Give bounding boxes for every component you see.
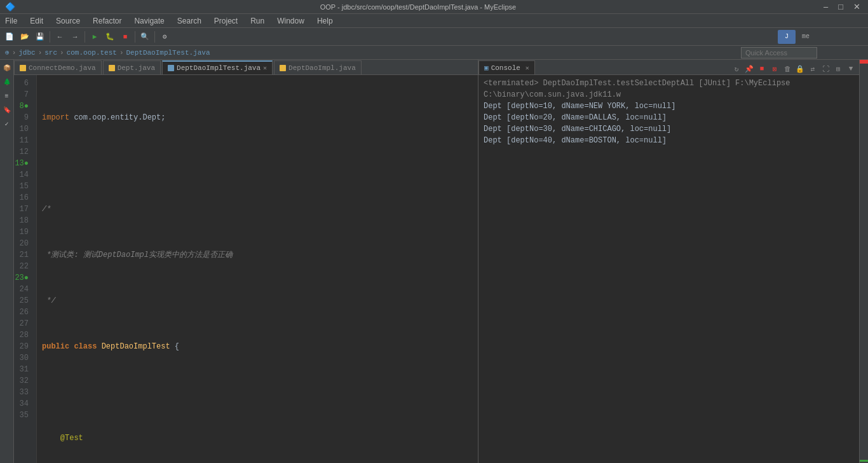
code-line-12 bbox=[42, 387, 473, 398]
main-area: 📦 🌲 ≡ 🔖 ✓ ConnectDemo.java Dept.java Dep… bbox=[0, 60, 868, 463]
console-output-line-4: Dept [deptNo=40, dName=BOSTON, loc=null] bbox=[484, 135, 854, 146]
console-toolbar: ↻ 📌 ■ ⊠ 🗑 🔒 ⇄ ⛶ ⊞ ▼ bbox=[728, 63, 859, 74]
console-icon: ▣ bbox=[484, 64, 489, 72]
menu-edit[interactable]: Edit bbox=[27, 15, 46, 27]
console-settings[interactable]: ▼ bbox=[845, 63, 857, 74]
tab-icon-deptdaoimpltest bbox=[168, 65, 174, 71]
window-title: OOP - jdbc/src/com/oop/test/DeptDaoImplT… bbox=[15, 3, 821, 11]
perspective-java[interactable]: J bbox=[778, 30, 796, 44]
toolbar-debug[interactable]: 🐛 bbox=[103, 30, 117, 44]
console-tabs: ▣ Console ✕ ↻ 📌 ■ ⊠ 🗑 🔒 ⇄ ⛶ ⊞ ▼ bbox=[478, 60, 859, 75]
sidebar-hierarchy[interactable]: 🌲 bbox=[1, 76, 13, 88]
console-tab-close[interactable]: ✕ bbox=[526, 64, 529, 72]
title-icon: 🔷 bbox=[5, 2, 15, 11]
code-line-11: public class DeptDaoImplTest { bbox=[42, 341, 473, 352]
code-line-10: */ bbox=[42, 295, 473, 307]
code-line-9: *测试类: 测试DeptDaoImpl实现类中的方法是否正确 bbox=[42, 249, 473, 261]
toolbar-settings[interactable]: ⚙ bbox=[158, 30, 172, 44]
toolbar-save[interactable]: 💾 bbox=[33, 30, 47, 44]
toolbar-back[interactable]: ← bbox=[53, 30, 67, 44]
console-word-wrap[interactable]: ⇄ bbox=[807, 63, 818, 74]
console-pin[interactable]: 📌 bbox=[743, 63, 755, 74]
menu-refactor[interactable]: Refactor bbox=[90, 15, 124, 27]
gutter-mark-bottom bbox=[860, 460, 868, 462]
breadcrumb-package[interactable]: com.oop.test bbox=[67, 49, 117, 57]
menu-file[interactable]: File bbox=[3, 15, 20, 27]
tab-label-deptdaoimpltest: DeptDaoImplTest.java bbox=[177, 64, 261, 72]
code-editor[interactable]: 6 7 8● 9 10 11 12 13● 14 15 16 17 18 19 … bbox=[14, 75, 478, 463]
menu-help[interactable]: Help bbox=[315, 15, 336, 27]
console-scroll-lock[interactable]: 🔒 bbox=[794, 63, 806, 74]
tab-connectdemo[interactable]: ConnectDemo.java bbox=[14, 60, 102, 74]
title-controls: – □ ✕ bbox=[821, 2, 863, 11]
breadcrumb-src[interactable]: src bbox=[44, 49, 57, 57]
toolbar: 📄 📂 💾 ← → ▶ 🐛 ■ 🔍 ⚙ J me bbox=[0, 28, 868, 46]
quick-access-input[interactable] bbox=[741, 47, 817, 59]
breadcrumb-jdbc[interactable]: jdbc bbox=[18, 49, 35, 57]
minimize-button[interactable]: – bbox=[821, 2, 831, 11]
menu-source[interactable]: Source bbox=[53, 15, 83, 27]
tab-icon-dept bbox=[109, 65, 115, 71]
console-terminate[interactable]: ■ bbox=[756, 63, 768, 74]
console-terminate2[interactable]: ⊠ bbox=[769, 63, 780, 74]
console-output-line-1: Dept [deptNo=10, dName=NEW YORK, loc=nul… bbox=[484, 100, 854, 112]
menu-search[interactable]: Search bbox=[175, 15, 204, 27]
right-panel: ▣ Console ✕ ↻ 📌 ■ ⊠ 🗑 🔒 ⇄ ⛶ ⊞ ▼ <termina… bbox=[478, 60, 859, 463]
menu-bar: File Edit Source Refactor Navigate Searc… bbox=[0, 14, 868, 28]
toolbar-new[interactable]: 📄 bbox=[3, 30, 17, 44]
tab-dept[interactable]: Dept.java bbox=[103, 60, 161, 74]
console-new-console[interactable]: ⊞ bbox=[832, 63, 844, 74]
tab-deptdaoimpltest[interactable]: DeptDaoImplTest.java ✕ bbox=[162, 60, 273, 74]
toolbar-forward[interactable]: → bbox=[68, 30, 82, 44]
code-line-13: @Test bbox=[42, 432, 473, 444]
console-terminated-line: <terminated> DeptDaoImplTest.testSelectD… bbox=[484, 78, 854, 100]
title-bar: 🔷 OOP - jdbc/src/com/oop/test/DeptDaoImp… bbox=[0, 0, 868, 14]
sidebar-package-explorer[interactable]: 📦 bbox=[1, 62, 13, 74]
breadcrumb: ⊕ › jdbc › src › com.oop.test › DeptDaoI… bbox=[0, 46, 868, 60]
code-line-7 bbox=[42, 158, 473, 169]
sidebar-tasks[interactable]: ✓ bbox=[1, 118, 13, 130]
toolbar-run[interactable]: ▶ bbox=[88, 30, 102, 44]
tab-label-dept: Dept.java bbox=[118, 64, 155, 72]
console-content: <terminated> DeptDaoImplTest.testSelectD… bbox=[478, 75, 859, 463]
editor-tabs: ConnectDemo.java Dept.java DeptDaoImplTe… bbox=[14, 60, 478, 75]
console-expand[interactable]: ⛶ bbox=[820, 63, 831, 74]
perspective-me[interactable]: me bbox=[797, 30, 815, 44]
console-refresh[interactable]: ↻ bbox=[731, 63, 742, 74]
tab-label-deptdaoimpl: DeptDaoImpl.java bbox=[288, 64, 356, 72]
tab-console[interactable]: ▣ Console ✕ bbox=[478, 60, 535, 74]
breadcrumb-file[interactable]: DeptDaoImplTest.java bbox=[126, 49, 210, 57]
console-output-line-3: Dept [deptNo=30, dName=CHICAGO, loc=null… bbox=[484, 123, 854, 135]
console-clear[interactable]: 🗑 bbox=[782, 63, 793, 74]
menu-navigate[interactable]: Navigate bbox=[132, 15, 166, 27]
breadcrumb-root[interactable]: ⊕ bbox=[5, 48, 10, 57]
console-output-line-2: Dept [deptNo=20, dName=DALLAS, loc=null] bbox=[484, 112, 854, 123]
menu-run[interactable]: Run bbox=[248, 15, 267, 27]
toolbar-stop[interactable]: ■ bbox=[118, 30, 132, 44]
code-content[interactable]: import com.oop.entity.Dept; /* *测试类: 测试D… bbox=[37, 75, 478, 463]
close-button[interactable]: ✕ bbox=[851, 2, 863, 11]
toolbar-sep-4 bbox=[154, 31, 155, 43]
left-sidebar: 📦 🌲 ≡ 🔖 ✓ bbox=[0, 60, 14, 463]
menu-project[interactable]: Project bbox=[212, 15, 240, 27]
toolbar-open[interactable]: 📂 bbox=[18, 30, 32, 44]
code-line-8: /* bbox=[42, 204, 473, 215]
tab-close-deptdaoimpltest[interactable]: ✕ bbox=[263, 64, 267, 72]
maximize-button[interactable]: □ bbox=[836, 2, 846, 11]
right-sidebar bbox=[859, 60, 868, 463]
line-numbers: 6 7 8● 9 10 11 12 13● 14 15 16 17 18 19 … bbox=[14, 75, 37, 463]
tab-icon-connectdemo bbox=[20, 65, 26, 71]
editor-container: ConnectDemo.java Dept.java DeptDaoImplTe… bbox=[14, 60, 478, 463]
sidebar-empty bbox=[860, 64, 868, 459]
tab-label-connectdemo: ConnectDemo.java bbox=[29, 64, 96, 72]
sidebar-bookmark[interactable]: 🔖 bbox=[1, 104, 13, 116]
tab-deptdaoimpl[interactable]: DeptDaoImpl.java bbox=[274, 60, 362, 74]
toolbar-sep-1 bbox=[50, 31, 50, 43]
tab-icon-deptdaoimpl bbox=[280, 65, 286, 71]
menu-window[interactable]: Window bbox=[275, 15, 307, 27]
code-line-6: import com.oop.entity.Dept; bbox=[42, 112, 473, 123]
console-tab-label: Console bbox=[491, 64, 520, 72]
sidebar-outline[interactable]: ≡ bbox=[1, 90, 13, 102]
toolbar-search[interactable]: 🔍 bbox=[138, 30, 152, 44]
toolbar-sep-2 bbox=[85, 31, 85, 43]
